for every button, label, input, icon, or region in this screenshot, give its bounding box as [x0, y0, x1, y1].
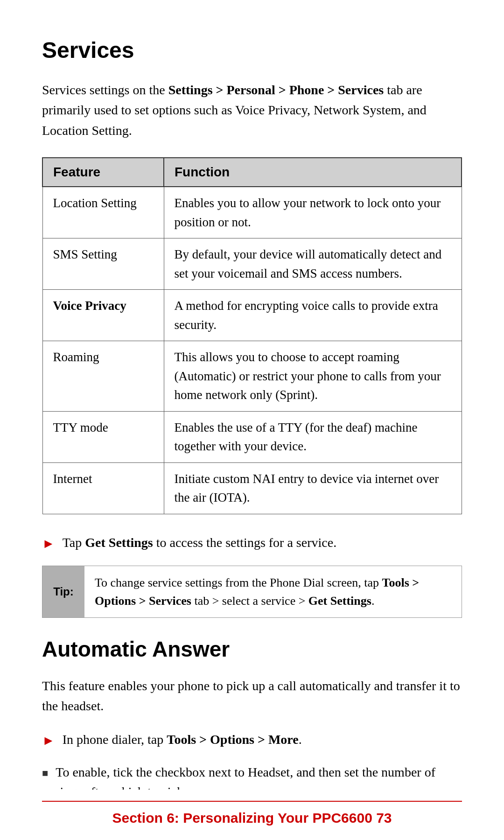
page-footer: Section 6: Personalizing Your PPC6600 73	[0, 790, 504, 840]
table-header-function: Function	[164, 158, 462, 187]
table-row: RoamingThis allows you to choose to acce…	[42, 341, 462, 412]
footer-text: Section 6: Personalizing Your PPC6600 73	[112, 810, 392, 826]
tip-box: Tip: To change service settings from the…	[42, 566, 462, 618]
intro-bold-path: Settings > Personal > Phone > Services	[168, 83, 384, 97]
table-feature-cell: TTY mode	[42, 411, 164, 462]
table-row: Voice PrivacyA method for encrypting voi…	[42, 290, 462, 341]
arrow-icon-2: ►	[42, 731, 55, 750]
table-feature-cell: Voice Privacy	[42, 290, 164, 341]
table-row: InternetInitiate custom NAI entry to dev…	[42, 462, 462, 514]
section2-body: This feature enables your phone to pick …	[42, 676, 462, 716]
table-feature-cell: Roaming	[42, 341, 164, 412]
get-settings-bold: Get Settings	[85, 535, 153, 550]
bullet-tools-text: In phone dialer, tap Tools > Options > M…	[63, 730, 302, 749]
bullet-get-settings-text: Tap Get Settings to access the settings …	[63, 533, 336, 553]
tools-options-bold: Tools > Options > More	[167, 732, 298, 747]
table-row: SMS SettingBy default, your device will …	[42, 238, 462, 290]
table-function-cell: This allows you to choose to accept roam…	[164, 341, 462, 412]
page-title: Services	[42, 37, 462, 63]
table-function-cell: Initiate custom NAI entry to device via …	[164, 462, 462, 514]
table-function-cell: By default, your device will automatical…	[164, 238, 462, 290]
table-header-feature: Feature	[42, 158, 164, 187]
table-feature-cell: Location Setting	[42, 187, 164, 238]
footer-inner: Section 6: Personalizing Your PPC6600 73	[42, 801, 462, 826]
tip-content: To change service settings from the Phon…	[84, 566, 462, 617]
table-feature-cell: SMS Setting	[42, 238, 164, 290]
bullet-get-settings: ► Tap Get Settings to access the setting…	[42, 533, 462, 553]
intro-paragraph: Services settings on the Settings > Pers…	[42, 80, 462, 140]
arrow-icon: ►	[42, 534, 55, 553]
table-function-cell: Enables the use of a TTY (for the deaf) …	[164, 411, 462, 462]
table-function-cell: Enables you to allow your network to loc…	[164, 187, 462, 238]
square-icon: ■	[42, 765, 48, 781]
table-row: Location SettingEnables you to allow you…	[42, 187, 462, 238]
features-table: Feature Function Location SettingEnables…	[42, 157, 462, 514]
table-function-cell: A method for encrypting voice calls to p…	[164, 290, 462, 341]
table-feature-cell: Internet	[42, 462, 164, 514]
table-row: TTY modeEnables the use of a TTY (for th…	[42, 411, 462, 462]
section2-heading: Automatic Answer	[42, 637, 462, 662]
tip-label: Tip:	[42, 566, 84, 617]
bullet-tools-options: ► In phone dialer, tap Tools > Options >…	[42, 730, 462, 750]
